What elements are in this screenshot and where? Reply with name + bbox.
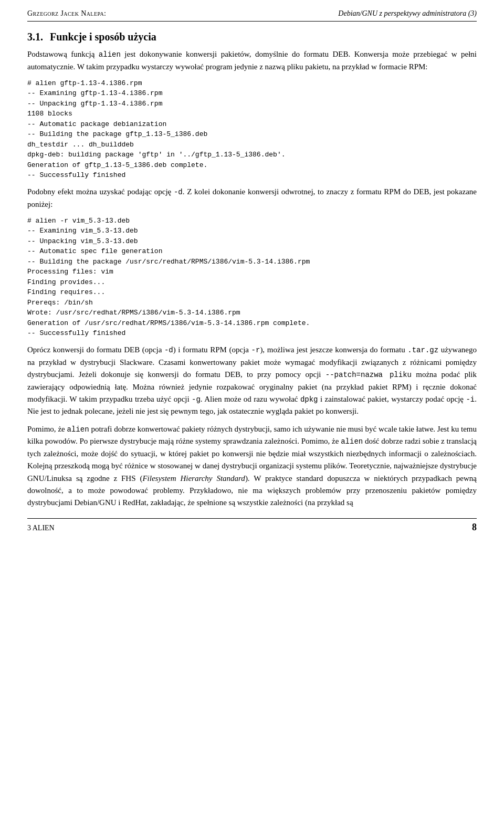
inline-code-alien2: alien	[67, 425, 89, 434]
paragraph-4: Pomimo, że alien potrafi dobrze konwerto…	[27, 423, 477, 509]
paragraph-2: Podobny efekt można uzyskać podając opcj…	[27, 186, 477, 211]
code-block-2: # alien -r vim_5.3-13.deb -- Examining v…	[27, 216, 477, 339]
inline-code-patch: --patch=nazwa pliku	[326, 371, 412, 379]
footer-page-number: 8	[456, 522, 477, 533]
inline-code-d: -d	[174, 188, 183, 196]
header-author: Grzegorz Jacek Nalepa:	[27, 9, 106, 18]
section-title: Funkcje i sposób użycia	[50, 31, 156, 43]
section-number: 3.1.	[27, 31, 43, 43]
code-block-1: # alien gftp-1.13-4.i386.rpm -- Examinin…	[27, 78, 477, 181]
inline-code-targz: .tar.gz	[407, 346, 438, 354]
inline-code-r: -r	[251, 346, 260, 354]
footer-section-label: 3 ALIEN	[27, 524, 456, 532]
page-header: Grzegorz Jacek Nalepa: Debian/GNU z pers…	[27, 9, 477, 22]
inline-code-alien: alien	[99, 50, 121, 59]
inline-code-d2: -d	[164, 346, 173, 354]
inline-code-g: -g	[192, 395, 201, 404]
inline-code-i: -i	[466, 395, 475, 404]
inline-code-alien3: alien	[341, 437, 363, 446]
inline-code-dpkg: dpkg	[300, 395, 318, 404]
fhs-italic: Filesystem Hierarchy Standard	[142, 474, 245, 483]
header-title: Debian/GNU z perspektywy administratora …	[338, 9, 477, 18]
page-footer: 3 ALIEN 8	[27, 518, 477, 533]
page: Grzegorz Jacek Nalepa: Debian/GNU z pers…	[0, 0, 504, 554]
paragraph-1: Podstawową funkcją alien jest dokonywani…	[27, 48, 477, 73]
paragraph-3: Oprócz konwersji do formatu DEB (opcja -…	[27, 344, 477, 418]
section-heading: 3.1. Funkcje i sposób użycia	[27, 31, 477, 43]
